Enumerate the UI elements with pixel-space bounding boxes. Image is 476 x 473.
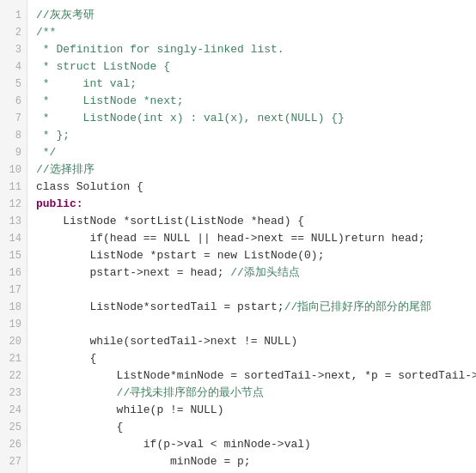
line-number: 13 bbox=[7, 213, 21, 230]
line-number: 25 bbox=[7, 419, 21, 436]
code-token: minNode = p; bbox=[36, 453, 251, 470]
code-token: ListNode*minNode = sortedTail->next, *p … bbox=[36, 367, 476, 385]
code-line: //灰灰考研 bbox=[36, 7, 469, 24]
code-token: while(sortedTail->next != NULL) bbox=[36, 333, 297, 350]
code-line: ListNode *pstart = new ListNode(0); bbox=[36, 247, 469, 264]
code-token: public: bbox=[36, 196, 83, 213]
code-line: while(sortedTail->next != NULL) bbox=[36, 333, 469, 350]
line-number-gutter: 1234567891011121314151617181920212223242… bbox=[0, 0, 27, 473]
line-number: 19 bbox=[7, 316, 21, 333]
code-line: { bbox=[36, 419, 469, 436]
line-number: 1 bbox=[7, 7, 21, 24]
code-line: pstart->next = head; //添加头结点 bbox=[36, 264, 469, 282]
line-number: 4 bbox=[7, 58, 21, 76]
code-token: */ bbox=[36, 144, 56, 161]
line-number: 20 bbox=[7, 333, 21, 350]
code-line: public: bbox=[36, 196, 469, 213]
line-number: 6 bbox=[7, 93, 21, 110]
line-number: 10 bbox=[7, 161, 21, 179]
line-number: 3 bbox=[7, 41, 21, 58]
code-line: //寻找未排序部分的最小节点 bbox=[36, 385, 469, 402]
code-line: * }; bbox=[36, 127, 469, 144]
line-number: 12 bbox=[7, 196, 21, 213]
line-number: 15 bbox=[7, 247, 21, 264]
code-token: if(p->val < minNode->val) bbox=[36, 436, 311, 453]
code-token: //选择排序 bbox=[36, 161, 95, 179]
code-token: //灰灰考研 bbox=[36, 7, 95, 24]
line-number: 23 bbox=[7, 385, 21, 402]
code-line: if(head == NULL || head->next == NULL)re… bbox=[36, 230, 469, 247]
line-number: 2 bbox=[7, 24, 21, 41]
code-token: ListNode*sortedTail = pstart; bbox=[36, 299, 284, 316]
code-token: * }; bbox=[36, 127, 70, 144]
code-line: * Definition for singly-linked list. bbox=[36, 41, 469, 58]
line-number: 14 bbox=[7, 230, 21, 247]
code-line bbox=[36, 316, 469, 333]
line-number: 9 bbox=[7, 144, 21, 161]
line-number: 16 bbox=[7, 264, 21, 282]
line-number: 17 bbox=[7, 282, 21, 299]
code-content[interactable]: //灰灰考研/** * Definition for singly-linked… bbox=[27, 0, 476, 473]
code-token: * int val; bbox=[36, 76, 137, 93]
code-line: ListNode*minNode = sortedTail->next, *p … bbox=[36, 367, 469, 385]
code-token: { bbox=[36, 419, 123, 436]
code-token: pstart->next = head; bbox=[36, 264, 230, 282]
code-editor: 1234567891011121314151617181920212223242… bbox=[0, 0, 476, 473]
code-token: * ListNode *next; bbox=[36, 93, 184, 110]
code-token: ListNode *sortList(ListNode *head) { bbox=[36, 213, 304, 230]
line-number: 7 bbox=[7, 110, 21, 127]
code-line: */ bbox=[36, 144, 469, 161]
code-line: ListNode*sortedTail = pstart;//指向已排好序的部分… bbox=[36, 299, 469, 316]
code-token: //添加头结点 bbox=[230, 264, 300, 282]
code-line: * ListNode *next; bbox=[36, 93, 469, 110]
code-line: if(p->val < minNode->val) bbox=[36, 436, 469, 453]
code-token: class Solution { bbox=[36, 179, 143, 196]
code-line: minNode = p; bbox=[36, 453, 469, 470]
line-number: 27 bbox=[7, 453, 21, 470]
code-token: { bbox=[36, 350, 96, 367]
line-number: 5 bbox=[7, 76, 21, 93]
line-number: 26 bbox=[7, 436, 21, 453]
code-line: class Solution { bbox=[36, 179, 469, 196]
code-token: while(p != NULL) bbox=[36, 402, 223, 419]
code-line: * struct ListNode { bbox=[36, 58, 469, 76]
code-line: * ListNode(int x) : val(x), next(NULL) {… bbox=[36, 110, 469, 127]
line-number: 18 bbox=[7, 299, 21, 316]
line-number: 11 bbox=[7, 179, 21, 196]
code-token: ListNode *pstart = new ListNode(0); bbox=[36, 247, 324, 264]
line-number: 8 bbox=[7, 127, 21, 144]
line-number: 24 bbox=[7, 402, 21, 419]
code-token: //指向已排好序的部分的尾部 bbox=[284, 299, 432, 316]
code-token: //寻找未排序部分的最小节点 bbox=[36, 385, 264, 402]
code-line: ListNode *sortList(ListNode *head) { bbox=[36, 213, 469, 230]
code-line: while(p != NULL) bbox=[36, 402, 469, 419]
code-line: * int val; bbox=[36, 76, 469, 93]
code-line: /** bbox=[36, 24, 469, 41]
code-line: //选择排序 bbox=[36, 161, 469, 179]
code-token: * ListNode(int x) : val(x), next(NULL) {… bbox=[36, 110, 345, 127]
line-number: 21 bbox=[7, 350, 21, 367]
code-token: * struct ListNode { bbox=[36, 58, 170, 76]
code-line bbox=[36, 282, 469, 299]
code-token: /** bbox=[36, 24, 56, 41]
code-line: { bbox=[36, 350, 469, 367]
line-number: 22 bbox=[7, 367, 21, 385]
code-token: if(head == NULL || head->next == NULL)re… bbox=[36, 230, 424, 247]
code-token: * Definition for singly-linked list. bbox=[36, 41, 284, 58]
